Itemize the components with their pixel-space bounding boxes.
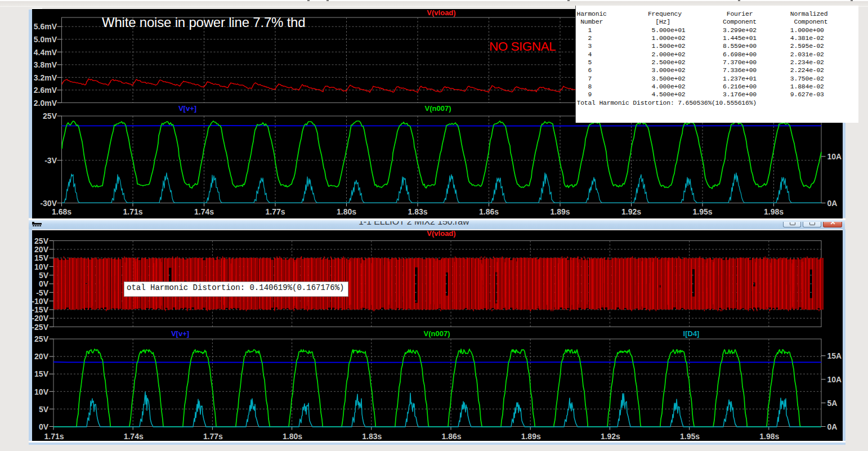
- svg-text:1.77s: 1.77s: [265, 207, 285, 216]
- svg-text:V[v+]: V[v+]: [171, 329, 189, 338]
- svg-text:25V: 25V: [43, 111, 57, 120]
- svg-text:1.77s: 1.77s: [203, 432, 223, 441]
- svg-text:1.80s: 1.80s: [283, 432, 302, 441]
- svg-text:1.89s: 1.89s: [521, 432, 541, 441]
- svg-text:4.4mV: 4.4mV: [34, 48, 57, 57]
- svg-text:0V: 0V: [39, 422, 49, 431]
- svg-text:V(n007): V(n007): [424, 329, 450, 338]
- svg-text:3.8mV: 3.8mV: [34, 60, 57, 69]
- svg-text:1.89s: 1.89s: [550, 207, 570, 216]
- svg-text:2.0mV: 2.0mV: [34, 99, 57, 108]
- svg-text:10V: 10V: [34, 262, 49, 271]
- svg-text:20V: 20V: [34, 352, 49, 361]
- svg-text:0A: 0A: [827, 422, 838, 431]
- svg-text:-3V: -3V: [44, 156, 57, 165]
- svg-text:1.86s: 1.86s: [479, 207, 499, 216]
- svg-text:5.0mV: 5.0mV: [34, 35, 57, 44]
- svg-text:1.83s: 1.83s: [408, 207, 427, 216]
- svg-text:-15V: -15V: [32, 305, 48, 314]
- svg-text:-10V: -10V: [32, 297, 48, 306]
- svg-text:0A: 0A: [827, 199, 838, 208]
- svg-text:V(vload): V(vload): [427, 8, 455, 17]
- svg-text:1.68s: 1.68s: [52, 207, 71, 216]
- svg-text:10A: 10A: [827, 375, 842, 384]
- svg-text:1.98s: 1.98s: [759, 432, 779, 441]
- svg-text:5V: 5V: [39, 271, 49, 280]
- svg-text:10A: 10A: [827, 152, 842, 161]
- svg-text:V(n007): V(n007): [425, 104, 451, 113]
- svg-text:V[v+]: V[v+]: [178, 104, 196, 113]
- svg-text:3.2mV: 3.2mV: [34, 73, 57, 82]
- svg-text:20V: 20V: [34, 245, 49, 254]
- svg-text:2.6mV: 2.6mV: [34, 86, 57, 95]
- svg-text:1.92s: 1.92s: [621, 207, 641, 216]
- svg-text:-20V: -20V: [32, 314, 48, 323]
- svg-text:1.74s: 1.74s: [194, 207, 214, 216]
- svg-text:0V: 0V: [39, 279, 49, 288]
- svg-text:5V: 5V: [39, 405, 49, 414]
- svg-text:I[D4]: I[D4]: [683, 329, 700, 338]
- svg-text:25V: 25V: [34, 236, 49, 245]
- svg-text:1.71s: 1.71s: [44, 432, 64, 441]
- svg-text:5.6mV: 5.6mV: [34, 22, 57, 31]
- svg-text:-25V: -25V: [32, 323, 48, 332]
- svg-text:1.98s: 1.98s: [764, 207, 784, 216]
- svg-text:10V: 10V: [34, 387, 49, 396]
- svg-text:1.95s: 1.95s: [692, 207, 712, 216]
- svg-text:V(vload): V(vload): [427, 229, 455, 238]
- svg-text:15A: 15A: [827, 351, 842, 360]
- svg-text:15V: 15V: [34, 369, 49, 378]
- svg-text:1.71s: 1.71s: [123, 207, 142, 216]
- svg-text:25V: 25V: [34, 334, 49, 343]
- svg-text:1.95s: 1.95s: [680, 432, 700, 441]
- svg-text:1.92s: 1.92s: [601, 432, 620, 441]
- svg-text:1.74s: 1.74s: [124, 432, 144, 441]
- svg-text:5A: 5A: [827, 399, 838, 408]
- svg-text:-5V: -5V: [36, 288, 48, 297]
- svg-text:-30V: -30V: [40, 199, 57, 208]
- svg-text:1.80s: 1.80s: [337, 207, 356, 216]
- svg-text:1.86s: 1.86s: [441, 432, 461, 441]
- svg-text:15V: 15V: [34, 253, 49, 262]
- svg-text:1.83s: 1.83s: [362, 432, 382, 441]
